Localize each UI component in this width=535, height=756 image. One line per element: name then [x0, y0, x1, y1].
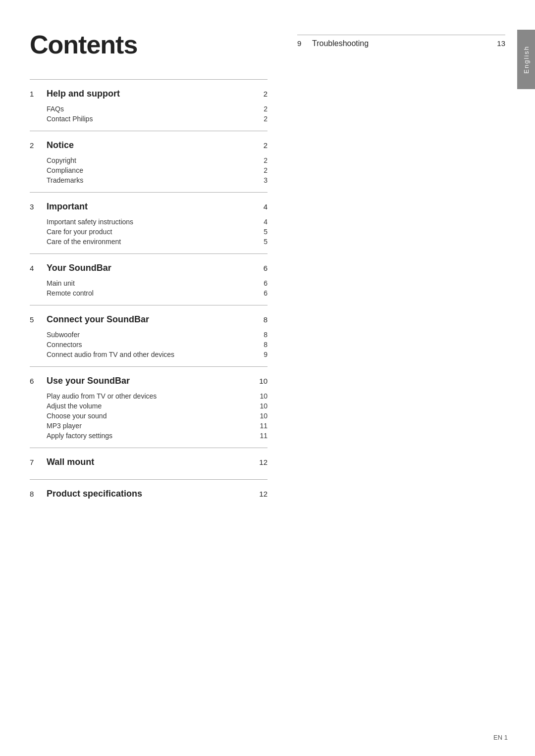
sub-item-page-5-1: 8 [253, 341, 268, 349]
toc-section-4: 4Your SoundBar6Main unit6Remote control6 [30, 253, 268, 305]
sub-item-3-2: Care of the environment5 [30, 237, 268, 247]
page-title: Contents [30, 30, 268, 59]
right-section-9: 9Troubleshooting13 [297, 35, 505, 52]
sub-item-1-0: FAQs2 [30, 104, 268, 114]
section-header-6: 6Use your SoundBar10 [30, 367, 268, 390]
sub-item-2-2: Trademarks3 [30, 175, 268, 185]
right-section-title-9: Troubleshooting [307, 39, 490, 48]
sub-item-page-3-1: 5 [253, 228, 268, 236]
sub-item-1-1: Contact Philips2 [30, 114, 268, 124]
section-number-6: 6 [30, 377, 42, 385]
section-number-3: 3 [30, 202, 42, 211]
sub-item-6-4: Apply factory settings11 [30, 431, 268, 441]
section-page-7: 12 [253, 458, 268, 466]
sub-item-page-3-0: 4 [253, 218, 268, 226]
sub-item-title-2-0: Copyright [47, 156, 76, 164]
page-container: English Contents 1Help and support2FAQs2… [0, 0, 535, 756]
side-tab-label: English [523, 46, 530, 74]
sub-item-6-2: Choose your sound10 [30, 411, 268, 421]
sub-item-page-4-0: 6 [253, 279, 268, 287]
section-number-4: 4 [30, 264, 42, 272]
section-page-6: 10 [253, 377, 268, 385]
section-number-1: 1 [30, 90, 42, 98]
section-header-4: 4Your SoundBar6 [30, 254, 268, 277]
sub-item-title-6-3: MP3 player [47, 422, 82, 430]
sub-item-page-2-2: 3 [253, 176, 268, 184]
sub-item-title-6-4: Apply factory settings [47, 432, 112, 440]
sub-item-page-6-2: 10 [253, 412, 268, 420]
sub-item-5-2: Connect audio from TV and other devices9 [30, 350, 268, 359]
sub-item-title-5-2: Connect audio from TV and other devices [47, 351, 174, 358]
section-header-1: 1Help and support2 [30, 80, 268, 103]
section-page-5: 8 [253, 315, 268, 324]
section-title-6: Use your SoundBar [42, 376, 253, 386]
sub-items-1: FAQs2Contact Philips2 [30, 103, 268, 131]
section-title-4: Your SoundBar [42, 263, 253, 273]
sub-item-page-6-1: 10 [253, 402, 268, 410]
toc-left: 1Help and support2FAQs2Contact Philips22… [30, 79, 268, 511]
sub-item-page-2-0: 2 [253, 156, 268, 164]
section-header-5: 5Connect your SoundBar8 [30, 305, 268, 329]
sub-item-page-2-1: 2 [253, 166, 268, 174]
sub-item-title-1-0: FAQs [47, 105, 64, 113]
section-title-3: Important [42, 202, 253, 212]
sub-item-5-1: Connectors8 [30, 340, 268, 350]
sub-item-title-1-1: Contact Philips [47, 115, 93, 123]
sub-items-3: Important safety instructions4Care for y… [30, 216, 268, 253]
sub-item-5-0: Subwoofer8 [30, 330, 268, 340]
sub-item-title-3-0: Important safety instructions [47, 218, 133, 226]
sub-items-2: Copyright2Compliance2Trademarks3 [30, 154, 268, 192]
right-section-number-9: 9 [297, 39, 307, 48]
sub-items-4: Main unit6Remote control6 [30, 277, 268, 305]
sub-item-title-5-0: Subwoofer [47, 331, 80, 339]
toc-section-8: 8Product specifications12 [30, 479, 268, 511]
toc-section-5: 5Connect your SoundBar8Subwoofer8Connect… [30, 305, 268, 366]
sub-item-6-1: Adjust the volume10 [30, 401, 268, 411]
sub-item-page-3-2: 5 [253, 238, 268, 246]
sub-item-title-3-2: Care of the environment [47, 238, 121, 246]
section-title-1: Help and support [42, 89, 253, 99]
sub-item-page-6-0: 10 [253, 392, 268, 400]
toc-section-1: 1Help and support2FAQs2Contact Philips2 [30, 79, 268, 131]
sub-item-title-6-2: Choose your sound [47, 412, 107, 420]
sub-item-title-4-0: Main unit [47, 279, 75, 287]
section-page-1: 2 [253, 90, 268, 98]
sub-item-2-0: Copyright2 [30, 155, 268, 165]
sub-item-title-5-1: Connectors [47, 341, 82, 349]
sub-item-4-0: Main unit6 [30, 278, 268, 288]
sub-item-page-6-3: 11 [253, 422, 268, 430]
section-title-2: Notice [42, 140, 253, 151]
section-number-5: 5 [30, 315, 42, 324]
sub-items-6: Play audio from TV or other devices10Adj… [30, 390, 268, 448]
sub-item-6-3: MP3 player11 [30, 421, 268, 431]
sub-item-title-6-0: Play audio from TV or other devices [47, 392, 157, 400]
right-column: 9Troubleshooting13 [287, 30, 505, 511]
sub-item-page-6-4: 11 [253, 432, 268, 440]
side-tab: English [517, 30, 535, 89]
section-number-8: 8 [30, 490, 42, 498]
toc-section-3: 3Important4Important safety instructions… [30, 192, 268, 253]
section-header-8: 8Product specifications12 [30, 480, 268, 503]
sub-item-3-0: Important safety instructions4 [30, 217, 268, 227]
toc-section-2: 2Notice2Copyright2Compliance2Trademarks3 [30, 131, 268, 192]
sub-items-5: Subwoofer8Connectors8Connect audio from … [30, 329, 268, 366]
sub-item-2-1: Compliance2 [30, 165, 268, 175]
sub-item-title-2-2: Trademarks [47, 176, 83, 184]
section-number-7: 7 [30, 458, 42, 466]
sub-item-title-3-1: Care for your product [47, 228, 112, 236]
section-page-2: 2 [253, 141, 268, 150]
content-area: Contents 1Help and support2FAQs2Contact … [0, 30, 535, 511]
left-column: Contents 1Help and support2FAQs2Contact … [30, 30, 287, 511]
sub-item-page-4-1: 6 [253, 289, 268, 297]
section-title-5: Connect your SoundBar [42, 314, 253, 325]
sub-item-page-1-1: 2 [253, 115, 268, 123]
sub-item-4-1: Remote control6 [30, 288, 268, 298]
section-number-2: 2 [30, 141, 42, 150]
sub-item-page-5-2: 9 [253, 351, 268, 358]
sub-item-title-6-1: Adjust the volume [47, 402, 102, 410]
section-page-4: 6 [253, 264, 268, 272]
section-title-7: Wall mount [42, 457, 253, 467]
section-header-3: 3Important4 [30, 193, 268, 216]
sub-item-3-1: Care for your product5 [30, 227, 268, 237]
toc-right: 9Troubleshooting13 [297, 35, 505, 52]
